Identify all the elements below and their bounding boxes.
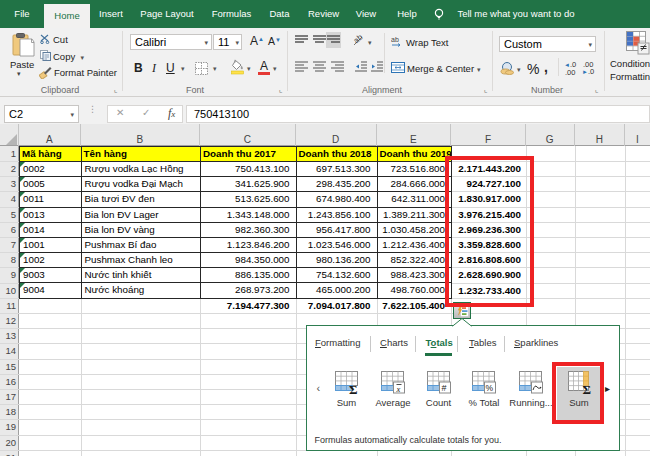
svg-text:x: x [396, 384, 401, 394]
svg-text:%: % [486, 383, 494, 393]
svg-text:#: # [441, 383, 446, 393]
svg-text:Σ: Σ [349, 382, 358, 395]
svg-text:ab: ab [352, 33, 365, 45]
svg-text:ab: ab [391, 36, 399, 43]
